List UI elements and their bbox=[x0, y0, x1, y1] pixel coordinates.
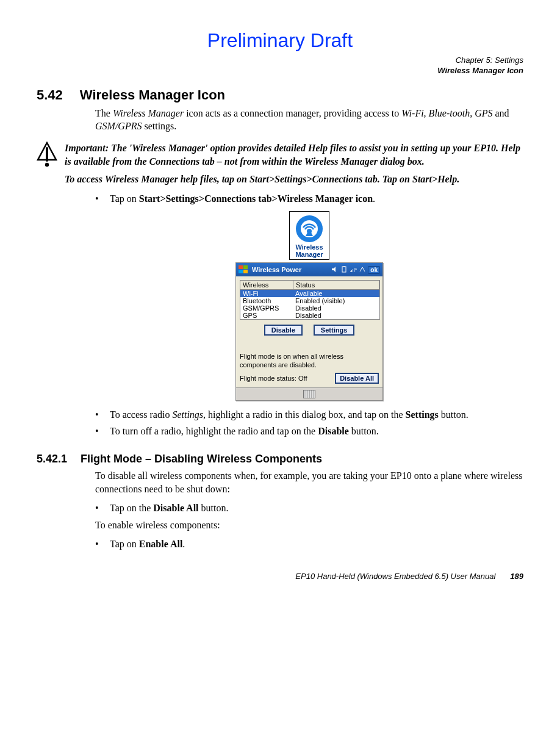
text-bold: Disable bbox=[318, 426, 349, 436]
flight-note: Flight mode is on when all wireless comp… bbox=[240, 353, 379, 368]
cell: Enabled (visible) bbox=[293, 297, 379, 304]
text-bold: Start>Settings>Connections tab>Wireless … bbox=[139, 193, 373, 204]
table-row[interactable]: Bluetooth Enabled (visible) bbox=[240, 297, 379, 304]
cell: GPS bbox=[240, 312, 293, 319]
list-item: • To access radio Settings, highlight a … bbox=[95, 408, 523, 422]
chapter-header: Chapter 5: Settings Wireless Manager Ico… bbox=[37, 56, 523, 76]
section-title: Wireless Manager Icon bbox=[80, 87, 225, 103]
connection-icon bbox=[359, 266, 365, 274]
text: To turn off a radio, highlight the radio… bbox=[110, 426, 318, 436]
disable-all-button[interactable]: Disable All bbox=[335, 373, 379, 384]
bullet-icon: • bbox=[95, 192, 100, 206]
device-title: Wireless Power bbox=[252, 266, 328, 273]
text: settings. bbox=[142, 121, 176, 131]
section-number: 5.42 bbox=[37, 87, 63, 103]
important-note: Important: The 'Wireless Manager' option… bbox=[37, 142, 523, 186]
disable-button[interactable]: Disable bbox=[264, 325, 303, 336]
text: button. bbox=[349, 426, 379, 436]
list-item: • Tap on Start>Settings>Connections tab>… bbox=[95, 192, 523, 206]
text: , bbox=[424, 108, 429, 118]
wireless-table: Wireless Status Wi-Fi Available Bluetoot… bbox=[240, 280, 380, 320]
device-screenshot: Wireless Power x bbox=[235, 262, 383, 400]
section-heading: 5.42 Wireless Manager Icon bbox=[37, 87, 523, 103]
text-bold: Enable All bbox=[139, 539, 183, 549]
svg-rect-1 bbox=[46, 147, 48, 162]
text-em: Wireless Manager bbox=[113, 108, 184, 118]
text: The bbox=[95, 108, 113, 118]
svg-rect-10 bbox=[342, 267, 346, 272]
svg-rect-9 bbox=[243, 270, 248, 273]
cell: GSM/GPRS bbox=[240, 304, 293, 312]
text-bold: Disable All bbox=[153, 503, 198, 513]
subsection-title: Flight Mode – Disabling Wireless Compone… bbox=[81, 453, 322, 466]
wireless-manager-icon-box: Wireless Manager bbox=[289, 211, 329, 260]
list-item: • To turn off a radio, highlight the rad… bbox=[95, 425, 523, 438]
ok-button[interactable]: ok bbox=[368, 266, 380, 274]
battery-icon bbox=[341, 266, 347, 274]
subsection-heading: 5.42.1 Flight Mode – Disabling Wireless … bbox=[37, 453, 523, 466]
keyboard-icon[interactable] bbox=[303, 390, 315, 398]
bullet-icon: • bbox=[95, 408, 100, 422]
text-em: GSM/GPRS bbox=[95, 121, 142, 131]
important-p2: To access Wireless Manager help files, t… bbox=[65, 173, 523, 186]
svg-text:x: x bbox=[355, 267, 357, 270]
svg-rect-11 bbox=[343, 266, 345, 267]
footer-manual-title: EP10 Hand-Held (Windows Embedded 6.5) Us… bbox=[295, 572, 495, 581]
svg-rect-6 bbox=[239, 265, 243, 269]
text: Tap on bbox=[110, 193, 139, 204]
text: , bbox=[470, 108, 475, 118]
text-em: Blue-tooth bbox=[429, 108, 470, 118]
bullet-icon: • bbox=[95, 425, 100, 438]
text: . bbox=[182, 539, 185, 549]
page-footer: EP10 Hand-Held (Windows Embedded 6.5) Us… bbox=[37, 572, 523, 581]
text: Tap on bbox=[110, 539, 139, 549]
chapter-line-1: Chapter 5: Settings bbox=[37, 56, 523, 66]
text-em: Settings bbox=[172, 409, 203, 420]
svg-rect-7 bbox=[243, 265, 248, 269]
subsection-intro: To disable all wireless components when,… bbox=[95, 469, 523, 495]
cell: Disabled bbox=[293, 312, 379, 319]
footer-page-number: 189 bbox=[510, 572, 523, 581]
text: icon acts as a connection manager, provi… bbox=[184, 108, 401, 118]
text: and bbox=[492, 108, 509, 118]
signal-icon: x bbox=[350, 266, 357, 274]
cell: Disabled bbox=[293, 304, 379, 312]
svg-rect-8 bbox=[239, 270, 243, 273]
subsection-number: 5.42.1 bbox=[37, 453, 67, 466]
settings-button[interactable]: Settings bbox=[314, 325, 354, 336]
important-label: Important: bbox=[65, 143, 111, 153]
chapter-line-2: Wireless Manager Icon bbox=[37, 66, 523, 76]
icon-label-2: Manager bbox=[295, 251, 323, 259]
text-em: Wi-Fi bbox=[401, 108, 423, 118]
text: . bbox=[373, 193, 375, 204]
text: , highlight a radio in this dialog box, … bbox=[203, 409, 406, 420]
flight-status-label: Flight mode status: Off bbox=[240, 375, 307, 382]
section-intro: The Wireless Manager icon acts as a conn… bbox=[95, 107, 523, 133]
list-item: • Tap on Enable All. bbox=[95, 537, 523, 551]
volume-icon bbox=[331, 266, 339, 274]
text-bold: Settings bbox=[406, 409, 439, 420]
col-wireless: Wireless bbox=[240, 281, 293, 289]
table-row[interactable]: GPS Disabled bbox=[240, 312, 379, 319]
text: Tap on the bbox=[110, 503, 153, 513]
enable-intro: To enable wireless components: bbox=[95, 519, 523, 532]
device-titlebar: Wireless Power x bbox=[236, 263, 382, 276]
wireless-manager-icon bbox=[295, 214, 324, 243]
cell: Wi-Fi bbox=[240, 290, 293, 297]
warning-icon bbox=[37, 142, 57, 186]
svg-point-2 bbox=[45, 163, 49, 167]
text-em: GPS bbox=[475, 108, 492, 118]
preliminary-draft: Preliminary Draft bbox=[37, 29, 523, 52]
col-status: Status bbox=[293, 281, 379, 289]
cell: Available bbox=[293, 290, 379, 297]
bullet-icon: • bbox=[95, 502, 100, 515]
figure-wrapper: Wireless Manager Wireless Power bbox=[95, 211, 523, 400]
cell: Bluetooth bbox=[240, 297, 293, 304]
important-p1: The 'Wireless Manager' option provides d… bbox=[65, 143, 520, 167]
table-row[interactable]: Wi-Fi Available bbox=[240, 290, 379, 297]
text: button. bbox=[199, 503, 229, 513]
text: button. bbox=[439, 409, 468, 420]
bullet-icon: • bbox=[95, 537, 100, 551]
device-bottombar bbox=[236, 387, 382, 400]
table-row[interactable]: GSM/GPRS Disabled bbox=[240, 304, 379, 312]
